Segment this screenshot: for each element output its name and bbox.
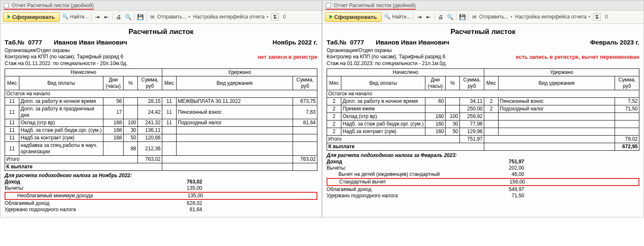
col-pay-type: Вид оплаты (19, 76, 103, 90)
play-icon (330, 15, 333, 19)
save-icon[interactable]: 💾 (137, 13, 144, 20)
employee-name: Иванов Иван Иванович (376, 39, 449, 47)
tax-ded-value: 135,00 (164, 185, 202, 191)
separator (456, 13, 457, 21)
expand-tree-icon[interactable]: ⇥ (416, 13, 423, 20)
play-icon (8, 15, 11, 19)
tab-label: Таб.№ (327, 39, 346, 46)
tax-ded-label: Вычеты: (5, 185, 164, 191)
search-icon (62, 13, 69, 20)
col-ded-type: Вид удержания (177, 76, 293, 90)
collapse-tree-icon[interactable]: ⇤ (103, 13, 110, 20)
sigma-button[interactable]: Σ (593, 13, 601, 21)
search-icon (384, 13, 391, 20)
row-payout: К выплате (5, 163, 317, 171)
col-ded-sum: Сумма, руб (293, 76, 317, 90)
col-ded-type: Вид удержания (499, 76, 615, 90)
table-row: 2Надб. за стаж раб бюдж.орг. (сум.)16030… (327, 120, 639, 128)
col-month: Мес (327, 76, 341, 90)
sigma-button[interactable]: Σ (271, 13, 279, 21)
col-days: Дни (часы) (103, 76, 124, 90)
save-icon[interactable]: 💾 (459, 13, 466, 20)
tax-withheld-label: Удержано подоходного налога (5, 207, 164, 213)
left-pane: Отчет Расчетный листок (двойной) Сформир… (0, 0, 322, 217)
tax-std-value: 156,00 (487, 179, 525, 185)
preview-icon[interactable]: 🔍 (447, 13, 454, 20)
find-link[interactable]: Найти... (384, 13, 411, 20)
col-days: Дни (часы) (425, 76, 446, 90)
doc-icon (4, 3, 9, 8)
tax-block: Для расчета подоходного налога за Ноябрь… (5, 173, 317, 213)
col-month: Мес (5, 76, 19, 90)
header-row: Таб.№ 0777 Иванов Иван Иванович Февраль … (327, 39, 639, 47)
table-row: 2Премия ежем250,002Подоходный налог71,50 (327, 105, 639, 113)
tax-std-label: Стандартный вычет (327, 179, 487, 185)
table-row: 11Допл. за работу в праздничные дни1724,… (5, 105, 317, 119)
title-bar: Отчет Расчетный листок (двойной) (0, 0, 322, 10)
preview-icon[interactable]: 🔍 (125, 13, 132, 20)
annotation: нет записи в регистре (258, 54, 317, 60)
settings-link[interactable]: Настройка интерфейса отчета (193, 14, 269, 20)
col-pct: % (124, 76, 138, 90)
payroll-table: Начислено Удержано Мес Вид оплаты Дни (ч… (5, 68, 317, 171)
table-row: 11Надб. за стаж раб бюдж.орг. (сум.)1683… (5, 127, 317, 134)
generate-button[interactable]: Сформировать (325, 12, 382, 22)
result-count: 0 (605, 14, 608, 20)
org-line: Организация/Отдел охраны (5, 47, 317, 54)
table-row: 11Допл. за работу в ночное время5628,151… (5, 98, 317, 105)
result-count: 0 (283, 14, 286, 20)
col-ded-month: Мес (162, 76, 177, 90)
generate-button[interactable]: Сформировать (3, 12, 60, 22)
table-row: 2Оклад (отр вр)160100259,92 (327, 113, 639, 120)
separator (113, 13, 113, 21)
collapse-tree-icon[interactable]: ⇤ (425, 13, 432, 20)
tax-min-value: 135,00 (165, 193, 203, 199)
position-line: Контролер на КПП (по часам); Тарифный ра… (5, 54, 124, 60)
print-icon[interactable]: 🖨 (438, 13, 444, 20)
row-total: Итого751,9779,02 (327, 136, 639, 143)
mail-icon: ✉ (471, 13, 478, 20)
col-ded-month: Мес (484, 76, 499, 90)
withheld-header: Удержано (162, 69, 317, 76)
tax-income-label: Доход (327, 159, 486, 165)
toolbar: Сформировать Найти... ⇥ ⇤ 🖨 🔍 💾 ✉Отправи… (0, 10, 322, 24)
tax-child-value: 46,00 (486, 171, 524, 178)
window-title: Отчет Расчетный листок (двойной) (334, 3, 416, 8)
tax-min-label: Необлагаемый минимум дохода (5, 193, 165, 199)
tax-taxable-value: 549,97 (486, 186, 524, 193)
send-link[interactable]: ✉Отправить... (149, 13, 191, 20)
title-red-underline (326, 9, 416, 10)
col-pct: % (446, 76, 460, 90)
col-sum: Сумма, руб (460, 76, 484, 90)
window-title: Отчет Расчетный листок (двойной) (12, 3, 94, 8)
mail-icon: ✉ (149, 13, 156, 20)
settings-link[interactable]: Настройка интерфейса отчета (515, 14, 591, 20)
highlighted-deduction: Стандартный вычет156,00 (327, 178, 639, 186)
send-link[interactable]: ✉Отправить... (471, 13, 513, 20)
separator (435, 13, 435, 21)
tab-label: Таб.№ (5, 39, 24, 46)
table-row: 11Надб.за контракт (сум)16850120,66 (5, 134, 317, 142)
row-start-balance: Остаток на начало (327, 90, 639, 98)
doc-icon (326, 3, 331, 8)
find-link[interactable]: Найти... (62, 13, 89, 20)
separator (413, 13, 414, 21)
tab-num: 0777 (28, 39, 42, 46)
annotation: есть запись в регистре, вычет переименов… (516, 54, 639, 60)
table-row: 11надбавка за спец.работы в науч. органи… (5, 142, 317, 156)
tax-withheld-label: Удержано подоходного налога (327, 193, 486, 199)
accrued-header: Начислено (5, 69, 162, 76)
expand-tree-icon[interactable]: ⇥ (94, 13, 101, 20)
title-red-underline (4, 9, 94, 10)
doc-title: Расчетный листок (327, 27, 639, 36)
print-icon[interactable]: 🖨 (116, 13, 122, 20)
tab-num: 0777 (350, 39, 364, 46)
tax-income-value: 751,97 (486, 159, 524, 165)
title-bar: Отчет Расчетный листок (двойной) (322, 0, 644, 10)
period: Ноябрь 2022 г. (272, 39, 317, 47)
row-start-balance: Остаток на начало (5, 90, 317, 98)
tax-taxable-label: Облагаемый доход (327, 186, 486, 193)
highlighted-deduction: Необлагаемый минимум дохода135,00 (5, 192, 317, 200)
table-row: 2Допл. за работу в ночное время6034,112П… (327, 98, 639, 105)
payroll-table: Начислено Удержано Мес Вид оплаты Дни (ч… (327, 68, 639, 151)
